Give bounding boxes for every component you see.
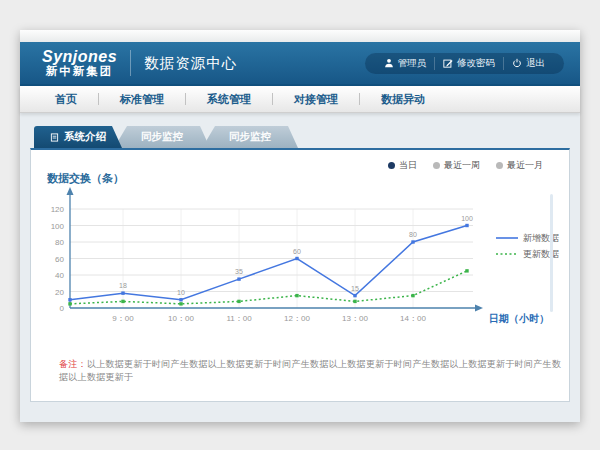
logo: Synjones 新中新集团 <box>42 49 117 78</box>
svg-text:12：00: 12：00 <box>284 314 310 323</box>
content-area: 系统介绍 同步监控 同步监控 当日 最近一周 <box>20 113 580 422</box>
nav-item-data-change[interactable]: 数据异动 <box>360 92 446 107</box>
svg-text:日期（小时）: 日期（小时） <box>489 313 549 324</box>
svg-text:新增数据: 新增数据 <box>523 233 559 243</box>
svg-text:60: 60 <box>293 248 301 255</box>
svg-text:100: 100 <box>461 215 473 222</box>
app-window: Synjones 新中新集团 数据资源中心 管理员 修改密码 退出 首页 标准管… <box>20 30 580 422</box>
footnote-text: 以上数据更新于时间产生数据以上数据更新于时间产生数据以上数据更新于时间产生数据以… <box>59 359 561 382</box>
time-filter-label: 最近一月 <box>507 159 543 172</box>
svg-text:80: 80 <box>55 238 64 247</box>
svg-text:120: 120 <box>51 205 65 214</box>
svg-text:0: 0 <box>60 304 65 313</box>
logout-label: 退出 <box>526 57 545 70</box>
chart-y-axis-title: 数据交换（条） <box>47 171 124 186</box>
time-filter-group: 当日 最近一周 最近一月 <box>388 159 543 172</box>
svg-text:80: 80 <box>409 231 417 238</box>
tab-label: 同步监控 <box>229 130 271 144</box>
svg-text:100: 100 <box>51 222 65 231</box>
user-icon <box>384 58 394 68</box>
page-title: 数据资源中心 <box>144 54 237 73</box>
logo-text-cn: 新中新集团 <box>42 65 117 77</box>
main-nav: 首页 标准管理 系统管理 对接管理 数据异动 <box>20 86 580 113</box>
header-divider <box>130 50 131 76</box>
tab-bar: 系统介绍 同步监控 同步监控 <box>34 126 580 148</box>
tab-system-intro[interactable]: 系统介绍 <box>34 126 122 148</box>
logout-button[interactable]: 退出 <box>503 57 553 70</box>
line-chart: 0204060801001209：0010：0011：0012：0013：001… <box>31 186 571 338</box>
user-name-label: 管理员 <box>398 57 427 70</box>
tab-label: 系统介绍 <box>64 130 106 144</box>
radio-icon <box>433 162 440 169</box>
time-filter-last-week[interactable]: 最近一周 <box>433 159 480 172</box>
svg-text:40: 40 <box>55 271 64 280</box>
svg-text:11：00: 11：00 <box>226 314 252 323</box>
svg-text:14：00: 14：00 <box>400 314 426 323</box>
logo-text-en: Synjones <box>42 49 117 66</box>
svg-text:20: 20 <box>55 288 64 297</box>
svg-text:60: 60 <box>55 255 64 264</box>
svg-text:更新数据: 更新数据 <box>523 249 559 259</box>
nav-item-home[interactable]: 首页 <box>34 92 98 107</box>
svg-text:35: 35 <box>235 268 243 275</box>
edit-icon <box>443 58 453 68</box>
time-filter-label: 最近一周 <box>444 159 480 172</box>
time-filter-label: 当日 <box>399 159 417 172</box>
user-toolbar: 管理员 修改密码 退出 <box>365 53 565 74</box>
nav-item-interface-mgmt[interactable]: 对接管理 <box>273 92 359 107</box>
document-icon <box>50 133 59 142</box>
svg-text:13：00: 13：00 <box>342 314 368 323</box>
scrollbar-track[interactable] <box>550 194 553 312</box>
tab-label: 同步监控 <box>141 130 183 144</box>
user-account-button[interactable]: 管理员 <box>376 57 435 70</box>
app-header: Synjones 新中新集团 数据资源中心 管理员 修改密码 退出 <box>20 42 580 86</box>
window-top-strip <box>20 30 580 42</box>
nav-item-standard-mgmt[interactable]: 标准管理 <box>99 92 185 107</box>
tab-sync-monitor-1[interactable]: 同步监控 <box>114 126 210 148</box>
power-icon <box>512 58 522 68</box>
svg-text:10：00: 10：00 <box>168 314 194 323</box>
footnote-prefix: 备注： <box>59 359 87 369</box>
change-password-button[interactable]: 修改密码 <box>434 57 503 70</box>
time-filter-today[interactable]: 当日 <box>388 159 417 172</box>
footnote: 备注：以上数据更新于时间产生数据以上数据更新于时间产生数据以上数据更新于时间产生… <box>59 358 569 384</box>
tab-sync-monitor-2[interactable]: 同步监控 <box>202 126 298 148</box>
radio-icon <box>388 162 395 169</box>
chart-panel: 当日 最近一周 最近一月 数据交换（条） 0204060801001209：00… <box>30 148 570 402</box>
nav-item-system-mgmt[interactable]: 系统管理 <box>186 92 272 107</box>
svg-text:10: 10 <box>177 289 185 296</box>
change-password-label: 修改密码 <box>457 57 495 70</box>
svg-text:9：00: 9：00 <box>112 314 134 323</box>
radio-icon <box>496 162 503 169</box>
svg-text:18: 18 <box>119 282 127 289</box>
svg-text:15: 15 <box>351 285 359 292</box>
time-filter-last-month[interactable]: 最近一月 <box>496 159 543 172</box>
